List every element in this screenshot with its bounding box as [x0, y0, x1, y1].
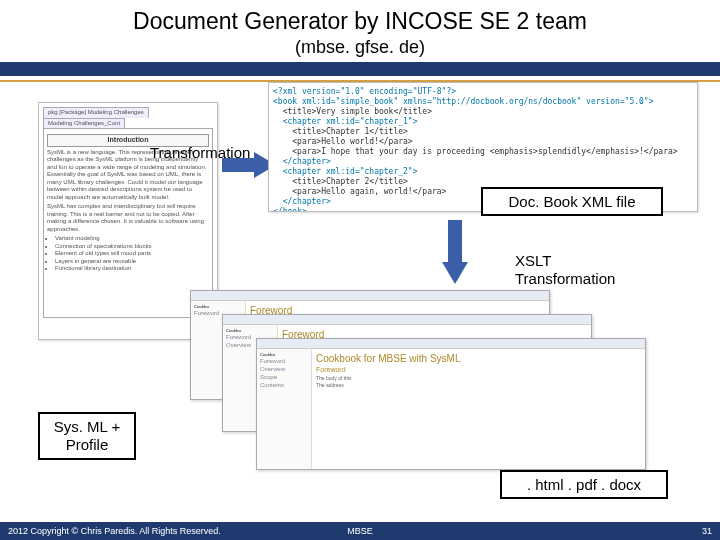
output-nav-item: Contents [260, 381, 308, 389]
sysml-label-line2: Profile [66, 436, 109, 453]
sysml-label-line1: Sys. ML + [54, 418, 121, 435]
xslt-label: XSLT Transformation [505, 248, 655, 292]
diagram-stage: pkg [Package] Modeling ChallengesModelin… [0, 82, 720, 512]
xml-line: <title>Chapter 2</title> [273, 177, 408, 186]
docbook-label: Doc. Book XML file [481, 187, 663, 216]
sysml-profile-label: Sys. ML + Profile [38, 412, 136, 460]
sysml-bullets: Variant modeling Connection of specializ… [55, 235, 209, 273]
sysml-tab-1: pkg [Package] Modeling Challenges [43, 107, 149, 118]
xml-line: </chapter> [273, 197, 331, 206]
xml-line: <para>Hello world!</para> [273, 137, 413, 146]
output-formats-label: . html . pdf . docx [500, 470, 668, 499]
sysml-bullet: Functional library destination [55, 265, 209, 273]
output-titlebar [191, 291, 549, 301]
xml-line: <chapter xml:id="chapter_1"> [273, 117, 418, 126]
sysml-tab-2: Modeling Challenges_Cont [43, 118, 125, 129]
output-titlebar [223, 315, 591, 325]
footer-page-number: 31 [702, 526, 712, 536]
output-heading: Foreword [316, 366, 641, 373]
arrow-down-icon [442, 220, 468, 286]
footer-center: MBSE [347, 526, 373, 536]
sysml-bullet: Connection of specializations blocks [55, 243, 209, 251]
output-nav-item: Overview [260, 365, 308, 373]
sysml-bullet: Layers in general are reusable [55, 258, 209, 266]
xml-line: <para>Hello again, world!</para> [273, 187, 446, 196]
xml-line: <chapter xml:id="chapter_2"> [273, 167, 418, 176]
xml-line: <title>Very simple book</title> [273, 107, 432, 116]
output-nav-item: Scope [260, 373, 308, 381]
slide-title: Document Generator by INCOSE SE 2 team [0, 0, 720, 37]
xml-line: <para>I hope that your day is proceeding… [273, 147, 678, 156]
footer-bar: 2012 Copyright © Chris Paredis. All Righ… [0, 522, 720, 540]
sysml-paragraph-2: SysML has complex and interdisciplinary … [47, 203, 209, 233]
output-text: The address [316, 382, 641, 389]
header-bar [0, 62, 720, 76]
xml-line: </book> [273, 207, 307, 212]
xml-line: <book xml:id="simple_book" xmlns="http:/… [273, 97, 654, 106]
output-title-full: Cookbook for MBSE with SysML [316, 353, 641, 364]
output-sidebar: Cookbo Foreword Overview Scope Contents [257, 349, 312, 469]
output-nav-item: Foreword [260, 357, 308, 365]
sysml-bullet: Element of old types will mood parts [55, 250, 209, 258]
xslt-line1: XSLT [515, 252, 551, 269]
xml-line: <title>Chapter 1</title> [273, 127, 408, 136]
xslt-line2: Transformation [515, 270, 615, 287]
slide-subtitle: (mbse. gfse. de) [0, 37, 720, 62]
output-window-3: Cookbo Foreword Overview Scope Contents … [256, 338, 646, 470]
xml-line: <?xml version="1.0" encoding="UTF-8"?> [273, 87, 456, 96]
xml-line: </chapter> [273, 157, 331, 166]
sysml-bullet: Variant modeling [55, 235, 209, 243]
output-main: Cookbook for MBSE with SysML Foreword Th… [312, 349, 645, 469]
output-titlebar [257, 339, 645, 349]
